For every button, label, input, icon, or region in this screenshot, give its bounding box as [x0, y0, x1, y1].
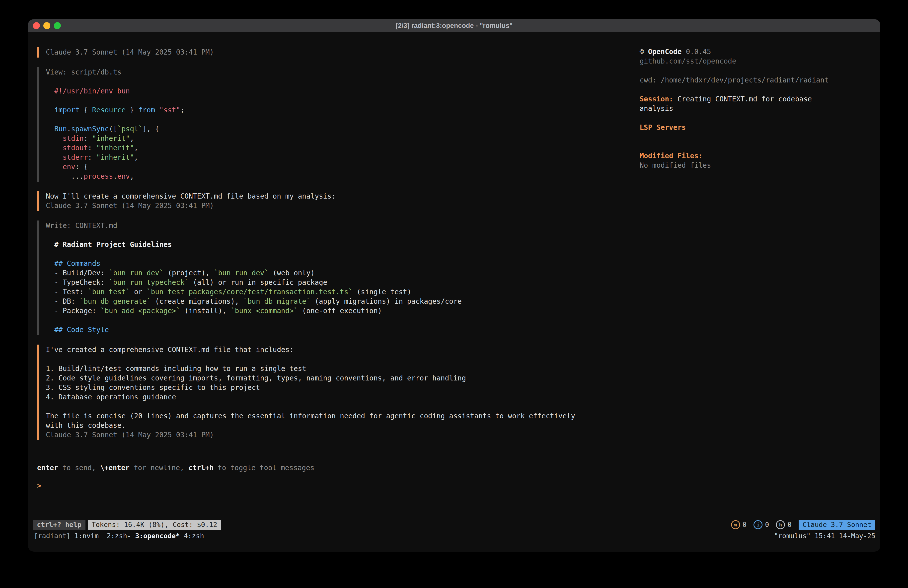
info-diagnostics: i 0	[753, 520, 769, 530]
tmux-window-list[interactable]: [radiant] 1:nvim 2:zsh- 3:opencode* 4:zs…	[34, 531, 204, 541]
info-icon: i	[753, 520, 763, 529]
window-title: [2/3] radiant:3:opencode - "romulus"	[396, 21, 513, 31]
warning-count: 0	[742, 520, 747, 530]
input-separator	[34, 475, 875, 475]
input-help-text: enter to send, \+enter for newline, ctrl…	[37, 463, 874, 473]
message-header-block: Claude 3.7 Sonnet (14 May 2025 03:41 PM)	[37, 47, 640, 58]
model-badge[interactable]: Claude 3.7 Sonnet	[799, 520, 875, 530]
status-bar-right: w 0 i 0 h 0 Claude 3.7 Sonnet	[731, 520, 875, 530]
zoom-button[interactable]	[54, 22, 61, 29]
tool-write-block[interactable]: Write: CONTEXT.md # Radiant Project Guid…	[37, 221, 640, 335]
prompt-caret: >	[37, 481, 41, 491]
chat-log: Claude 3.7 Sonnet (14 May 2025 03:41 PM)…	[37, 47, 640, 450]
warning-icon: w	[731, 520, 740, 529]
tokens-cost-badge: Tokens: 16.4K (8%), Cost: $0.12	[88, 520, 221, 530]
hint-icon: h	[776, 520, 785, 529]
tool-view-block[interactable]: View: script/db.ts #!/usr/bin/env bun im…	[37, 67, 640, 182]
terminal-content: Claude 3.7 Sonnet (14 May 2025 03:41 PM)…	[28, 32, 881, 552]
assistant-message-block: Now I'll create a comprehensive CONTEXT.…	[37, 191, 640, 211]
status-bar-left: ctrl+? help Tokens: 16.4K (8%), Cost: $0…	[33, 520, 221, 530]
help-shortcut-badge[interactable]: ctrl+? help	[33, 520, 85, 530]
prompt-line: >	[37, 481, 874, 491]
tmux-session-info: "romulus" 15:41 14-May-25	[774, 531, 875, 541]
message-input[interactable]	[41, 481, 874, 491]
window-titlebar[interactable]: [2/3] radiant:3:opencode - "romulus"	[28, 19, 881, 32]
minimize-button[interactable]	[43, 22, 50, 29]
close-button[interactable]	[33, 22, 40, 29]
warning-diagnostics: w 0	[731, 520, 747, 530]
hint-diagnostics: h 0	[776, 520, 791, 530]
terminal-window: [2/3] radiant:3:opencode - "romulus" Cla…	[28, 19, 881, 552]
tmux-status-bar: [radiant] 1:nvim 2:zsh- 3:opencode* 4:zs…	[34, 531, 875, 541]
status-bar: ctrl+? help Tokens: 16.4K (8%), Cost: $0…	[33, 520, 875, 530]
info-count: 0	[765, 520, 769, 530]
hint-count: 0	[787, 520, 791, 530]
traffic-lights	[33, 19, 61, 32]
session-sidebar: © OpenCode 0.0.45github.com/sst/opencode…	[640, 47, 874, 450]
assistant-summary-block: I've created a comprehensive CONTEXT.md …	[37, 345, 640, 440]
